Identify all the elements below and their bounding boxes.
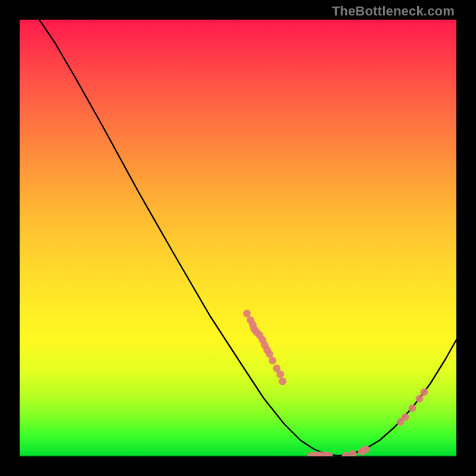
data-point <box>277 371 284 378</box>
data-point <box>269 357 277 365</box>
baseline-green <box>20 455 456 456</box>
data-point <box>409 405 416 412</box>
data-point <box>362 446 370 453</box>
data-point <box>279 378 287 386</box>
data-point <box>349 450 357 457</box>
chart-svg <box>20 20 456 456</box>
bottleneck-curve <box>39 20 456 456</box>
plot-area <box>20 20 456 456</box>
data-point <box>416 395 424 403</box>
data-point <box>243 310 251 318</box>
data-point <box>421 389 428 396</box>
data-point <box>402 414 409 421</box>
watermark-text: TheBottleneck.com <box>332 4 455 19</box>
data-point <box>342 452 350 457</box>
chart-frame: TheBottleneck.com <box>0 0 476 476</box>
